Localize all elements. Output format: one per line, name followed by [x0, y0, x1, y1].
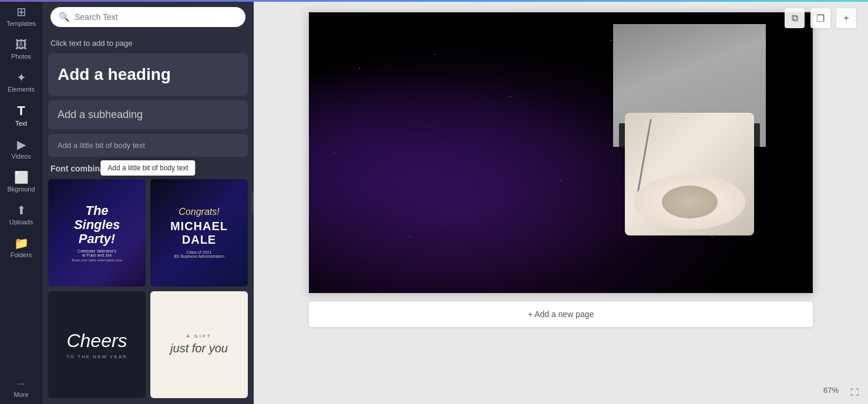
sidebar-item-label-photos: Photos [11, 53, 31, 60]
folders-icon: 📁 [14, 237, 29, 249]
add-icon: + [843, 13, 849, 23]
canvas-scroll-area[interactable]: + Add a new page [254, 0, 868, 404]
add-subheading-button[interactable]: Add a subheading [48, 100, 248, 129]
singles-party-tiny-text: Book your table reservation now [72, 258, 122, 262]
search-input[interactable] [75, 12, 237, 22]
text-icon: T [17, 105, 25, 117]
body-label: Add a little bit of body text [58, 141, 145, 150]
sidebar-item-label-more: More [14, 391, 28, 398]
elements-icon: ✦ [16, 72, 26, 83]
more-icon: ··· [17, 379, 25, 389]
sidebar-item-uploads[interactable]: ⬆ Uploads [0, 198, 42, 231]
background-icon: ⬜ [14, 171, 29, 183]
add-page-label: + Add a new page [528, 309, 594, 319]
uploads-icon: ⬆ [16, 204, 26, 216]
subheading-label: Add a subheading [58, 109, 143, 121]
singles-party-main-text: TheSinglesParty! [74, 204, 120, 247]
text-panel: 🔍 Click text to add to page Add a headin… [42, 0, 254, 404]
sidebar-item-elements[interactable]: ✦ Elements [0, 66, 42, 99]
sidebar-item-videos[interactable]: ▶ Videos [0, 133, 42, 166]
singles-party-sub-text: Celebrate Valentine'sat Pubs and Joe [78, 249, 116, 257]
cheers-subtitle: TO THE NEW YEAR [66, 354, 127, 359]
font-card-singles-party[interactable]: TheSinglesParty! Celebrate Valentine'sat… [48, 179, 146, 287]
photos-icon: 🖼 [15, 39, 27, 51]
panel-collapse-button[interactable]: ‹ [251, 191, 254, 213]
michael-dale-congrats: Congrats! [179, 207, 219, 217]
search-icon: 🔍 [59, 12, 70, 22]
top-accent-bar [0, 0, 868, 2]
search-bar-container: 🔍 [42, 0, 254, 34]
zoom-indicator: 67% [823, 386, 839, 395]
templates-icon: ⊞ [16, 6, 26, 18]
main-canvas-area: ⧉ ❐ + [254, 0, 868, 404]
bowl-area [625, 113, 754, 235]
sidebar-item-background[interactable]: ⬜ Bkground [0, 166, 42, 198]
fullscreen-button[interactable]: ⛶ [850, 388, 859, 397]
sidebar-item-label-templates: Templates [6, 20, 36, 27]
canvas-photo-container[interactable] [613, 24, 766, 247]
canvas-page [308, 12, 813, 294]
search-input-wrap[interactable]: 🔍 [51, 7, 245, 27]
sidebar-item-label-uploads: Uploads [9, 218, 33, 225]
heading-label: Add a heading [58, 65, 171, 84]
michael-dale-name: MICHAELDALE [170, 220, 228, 247]
sidebar-item-label-text: Text [15, 120, 27, 127]
panel-body: Click text to add to page Add a heading … [42, 34, 254, 404]
copy-button[interactable]: ❐ [810, 8, 830, 28]
sidebar: ⊞ Templates 🖼 Photos ✦ Elements T Text ▶… [0, 0, 42, 404]
sidebar-item-text[interactable]: T Text [0, 99, 42, 133]
body-tooltip: Add a little bit of body text [100, 160, 195, 176]
duplicate-button[interactable]: ⧉ [785, 8, 805, 28]
font-card-cheers[interactable]: Cheers TO THE NEW YEAR [48, 291, 146, 399]
fullscreen-icon: ⛶ [850, 388, 859, 397]
cheers-main-text: Cheers [66, 330, 127, 352]
michael-dale-class: Class of 2021BS Business Administration [174, 250, 224, 258]
duplicate-icon: ⧉ [792, 13, 798, 23]
sidebar-item-label-elements: Elements [8, 86, 35, 93]
add-body-button[interactable]: Add a little bit of body text Add a litt… [48, 134, 248, 157]
font-grid: TheSinglesParty! Celebrate Valentine'sat… [48, 179, 248, 398]
gift-top-text: A GIFT [186, 334, 211, 339]
sidebar-item-label-background: Bkground [7, 186, 35, 193]
plate [634, 174, 745, 230]
font-card-michael-dale[interactable]: Congrats! MICHAELDALE Class of 2021BS Bu… [150, 179, 248, 287]
sidebar-item-label-folders: Folders [11, 251, 32, 258]
sidebar-item-label-videos: Videos [11, 153, 31, 160]
canvas-toolbar: ⧉ ❐ + [785, 8, 856, 28]
gift-main-text: just for you [170, 341, 228, 355]
food [662, 186, 718, 218]
add-new-page-button[interactable]: + Add a new page [308, 301, 813, 328]
sidebar-item-folders[interactable]: 📁 Folders [0, 231, 42, 264]
sidebar-item-templates[interactable]: ⊞ Templates [0, 0, 42, 33]
click-instruction: Click text to add to page [48, 34, 248, 53]
add-element-button[interactable]: + [836, 8, 856, 28]
copy-icon: ❐ [816, 13, 825, 24]
font-card-gift[interactable]: A GIFT just for you [150, 291, 248, 399]
sidebar-item-more[interactable]: ··· More [0, 373, 42, 404]
videos-icon: ▶ [17, 139, 26, 150]
sidebar-item-photos[interactable]: 🖼 Photos [0, 33, 42, 66]
add-heading-button[interactable]: Add a heading [48, 53, 248, 96]
